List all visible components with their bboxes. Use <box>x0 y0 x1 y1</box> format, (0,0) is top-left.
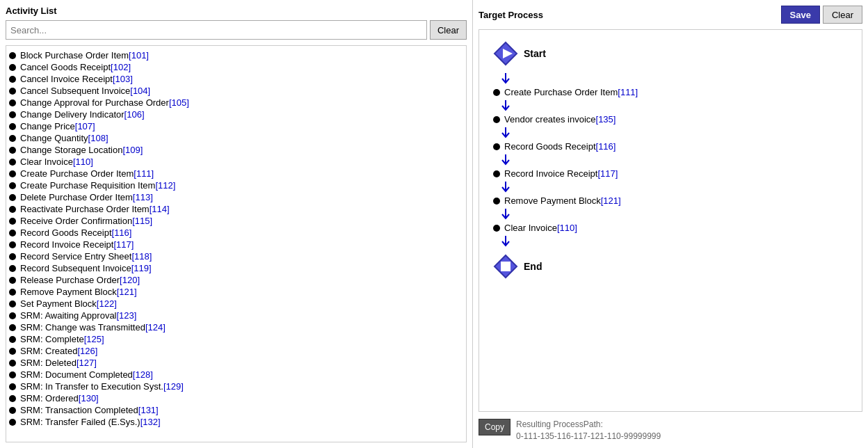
right-buttons: Save Clear <box>781 6 862 24</box>
list-item[interactable]: SRM: Ordered [130] <box>9 393 463 403</box>
process-step[interactable]: Record Invoice Receipt [117] <box>493 168 638 179</box>
item-label: Cancel Invoice Receipt <box>20 74 113 84</box>
list-item[interactable]: Change Approval for Purchase Order [105] <box>9 97 463 108</box>
item-bullet <box>9 383 16 390</box>
list-item[interactable]: Release Purchase Order [120] <box>9 275 463 285</box>
item-bullet <box>9 52 16 59</box>
item-code: [124] <box>145 322 166 333</box>
item-code: [131] <box>138 405 159 415</box>
item-code: [104] <box>130 86 150 96</box>
item-bullet <box>9 253 16 260</box>
list-item[interactable]: Block Purchase Order Item [101] <box>9 50 463 61</box>
list-item[interactable]: Delete Purchase Order Item [113] <box>9 192 463 202</box>
process-steps: Create Purchase Order Item [111]Vendor c… <box>493 70 638 250</box>
process-step[interactable]: Record Goods Receipt [116] <box>493 141 638 152</box>
item-bullet <box>9 371 16 378</box>
save-button[interactable]: Save <box>781 6 820 24</box>
step-code: [116] <box>596 141 616 152</box>
list-item[interactable]: SRM: Complete [125] <box>9 334 463 344</box>
list-item[interactable]: Set Payment Block [122] <box>9 298 463 309</box>
item-bullet <box>9 194 16 201</box>
step-label: Record Invoice Receipt <box>504 168 597 179</box>
list-item[interactable]: Remove Payment Block [121] <box>9 287 463 297</box>
item-bullet <box>9 123 16 130</box>
process-content: Start Create Purchase Order Item [111]Ve… <box>479 30 862 290</box>
item-code: [129] <box>163 381 184 392</box>
item-code: [125] <box>84 334 104 344</box>
end-label: End <box>524 261 542 272</box>
list-item[interactable]: Create Purchase Requisition Item [112] <box>9 180 463 191</box>
list-item[interactable]: Cancel Subsequent Invoice [104] <box>9 86 463 96</box>
list-item[interactable]: Change Delivery Indicator [106] <box>9 109 463 120</box>
item-bullet <box>9 159 16 166</box>
list-item[interactable]: SRM: Awaiting Approval [123] <box>9 310 463 321</box>
arrow-down <box>499 72 513 86</box>
list-item[interactable]: Receive Order Confirmation [115] <box>9 216 463 226</box>
end-node: End <box>493 254 542 279</box>
step-code: [111] <box>618 87 638 97</box>
list-item[interactable]: SRM: Change was Transmitted [124] <box>9 322 463 333</box>
list-item[interactable]: Record Goods Receipt [116] <box>9 227 463 238</box>
item-bullet <box>9 277 16 284</box>
item-code: [120] <box>120 275 140 285</box>
item-code: [115] <box>132 216 152 226</box>
process-step[interactable]: Create Purchase Order Item [111] <box>493 87 638 97</box>
item-label: SRM: Awaiting Approval <box>20 310 117 321</box>
item-bullet <box>9 170 16 177</box>
result-path: Resulting ProcessPath: 0-111-135-116-117… <box>516 419 661 442</box>
list-item[interactable]: Cancel Invoice Receipt [103] <box>9 74 463 84</box>
list-item[interactable]: Record Invoice Receipt [117] <box>9 239 463 250</box>
step-bullet <box>493 143 500 150</box>
list-item[interactable]: Reactivate Purchase Order Item [114] <box>9 204 463 214</box>
item-label: Change Storage Location <box>20 145 122 155</box>
arrow-down-final <box>499 234 513 248</box>
item-code: [122] <box>97 298 117 309</box>
item-label: Change Approval for Purchase Order <box>20 97 169 108</box>
list-item[interactable]: Record Subsequent Invoice [119] <box>9 263 463 273</box>
clear-process-button[interactable]: Clear <box>823 6 862 24</box>
list-item[interactable]: Clear Invoice [110] <box>9 157 463 167</box>
item-label: Cancel Goods Receipt <box>20 62 111 72</box>
list-item[interactable]: SRM: Created [126] <box>9 346 463 356</box>
clear-search-button[interactable]: Clear <box>430 20 467 40</box>
item-bullet <box>9 88 16 95</box>
list-item[interactable]: Cancel Goods Receipt [102] <box>9 62 463 72</box>
process-area: Start Create Purchase Order Item [111]Ve… <box>479 29 862 412</box>
list-item[interactable]: SRM: In Transfer to Execution Syst. [129… <box>9 381 463 392</box>
list-item[interactable]: SRM: Document Completed [128] <box>9 369 463 380</box>
arrow-down <box>499 126 513 140</box>
search-input[interactable] <box>6 20 427 40</box>
item-bullet <box>9 312 16 319</box>
activity-list-scroll[interactable]: Block Purchase Order Item [101]Cancel Go… <box>6 46 466 442</box>
list-item[interactable]: Change Storage Location [109] <box>9 145 463 155</box>
list-item[interactable]: SRM: Deleted [127] <box>9 358 463 368</box>
list-item[interactable]: Change Quantity [108] <box>9 133 463 143</box>
item-bullet <box>9 395 16 402</box>
search-row: Clear <box>6 20 467 40</box>
list-item[interactable]: Create Purchase Order Item [111] <box>9 168 463 179</box>
item-code: [102] <box>111 62 131 72</box>
activity-list-title: Activity List <box>6 6 467 16</box>
item-code: [113] <box>133 192 153 202</box>
start-label: Start <box>524 48 546 59</box>
item-bullet <box>9 76 16 83</box>
list-item[interactable]: SRM: Transaction Completed [131] <box>9 405 463 415</box>
item-label: Create Purchase Requisition Item <box>20 180 155 191</box>
list-item[interactable]: Change Price [107] <box>9 121 463 131</box>
copy-button[interactable]: Copy <box>479 419 511 435</box>
process-step[interactable]: Clear Invoice [110] <box>493 223 638 233</box>
start-node: Start <box>493 41 546 66</box>
item-code: [101] <box>129 50 149 61</box>
item-code: [108] <box>88 133 108 143</box>
item-bullet <box>9 419 16 426</box>
right-header: Target Process Save Clear <box>479 6 862 24</box>
item-bullet <box>9 206 16 213</box>
process-step[interactable]: Vendor creates invoice [135] <box>493 114 638 125</box>
item-code: [106] <box>124 109 145 120</box>
item-label: Set Payment Block <box>20 298 97 309</box>
list-item[interactable]: SRM: Transfer Failed (E.Sys.) [132] <box>9 417 463 427</box>
process-step[interactable]: Remove Payment Block [121] <box>493 195 638 206</box>
start-icon <box>493 41 518 66</box>
list-item[interactable]: Record Service Entry Sheet [118] <box>9 251 463 262</box>
item-code: [112] <box>155 180 175 191</box>
